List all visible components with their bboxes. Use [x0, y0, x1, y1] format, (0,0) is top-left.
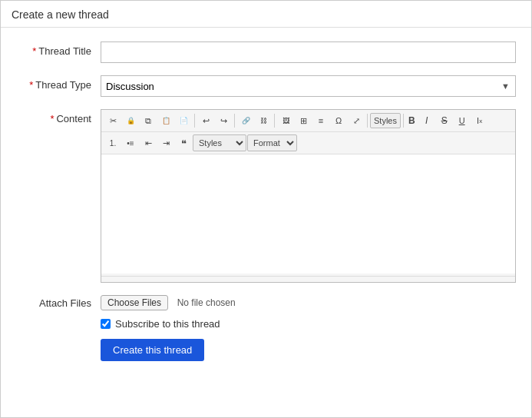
strikethrough-button[interactable]: S: [436, 112, 453, 129]
editor-toolbar-row1: ✂ 🔒 ⧉ 📋 📄 ↩ ↪ 🔗 ⛓ 🖼 ⊞ ≡: [101, 110, 515, 132]
attach-files-wrap: Choose Files No file chosen: [101, 295, 236, 310]
table-button[interactable]: ⊞: [295, 112, 312, 129]
required-star3: *: [50, 113, 54, 124]
thread-title-wrap: [101, 41, 516, 63]
source-button[interactable]: Styles: [370, 113, 401, 128]
thread-type-wrap: Discussion Question Announcement ▼: [101, 75, 516, 97]
link-button[interactable]: 🔗: [237, 112, 254, 129]
indent-less-button[interactable]: ⇤: [140, 134, 157, 151]
hr-button[interactable]: ≡: [312, 112, 329, 129]
cut-button[interactable]: ✂: [104, 112, 121, 129]
subscribe-row: Subscribe to this thread: [101, 318, 516, 330]
thread-type-row: *Thread Type Discussion Question Announc…: [16, 75, 516, 97]
thread-title-label: *Thread Title: [16, 41, 101, 57]
toolbar-sep2: [234, 114, 235, 128]
undo-button[interactable]: ↩: [197, 112, 214, 129]
choose-files-button[interactable]: Choose Files: [101, 295, 168, 310]
attach-files-label: Attach Files: [16, 297, 101, 309]
thread-title-input[interactable]: [101, 41, 516, 63]
special-char-button[interactable]: Ω: [330, 112, 347, 129]
blockquote-button[interactable]: ❝: [175, 134, 192, 151]
toolbar-sep3: [274, 114, 275, 128]
form-body: *Thread Title *Thread Type Discussion Qu…: [1, 28, 531, 377]
italic-button[interactable]: I: [418, 112, 435, 129]
styles-dropdown[interactable]: Styles: [193, 134, 246, 151]
editor-bottom-bar: [101, 276, 515, 282]
redo-button[interactable]: ↪: [215, 112, 232, 129]
attach-files-row: Attach Files Choose Files No file chosen: [16, 295, 516, 310]
thread-type-label: *Thread Type: [16, 75, 101, 91]
toolbar-sep5: [403, 114, 404, 128]
content-row: *Content ✂ 🔒 ⧉ 📋 📄 ↩ ↪ 🔗: [16, 109, 516, 283]
page-title: Create a new thread: [1, 1, 531, 28]
editor-wrap: ✂ 🔒 ⧉ 📋 📄 ↩ ↪ 🔗 ⛓ 🖼 ⊞ ≡: [101, 109, 516, 283]
content-editor[interactable]: [101, 154, 515, 274]
indent-more-button[interactable]: ⇥: [157, 134, 174, 151]
main-container: Create a new thread *Thread Title *Threa…: [0, 0, 532, 418]
editor-wrapper: ✂ 🔒 ⧉ 📋 📄 ↩ ↪ 🔗 ⛓ 🖼 ⊞ ≡: [101, 109, 516, 283]
toolbar-sep4: [367, 114, 368, 128]
subscribe-checkbox[interactable]: [101, 319, 111, 329]
unlink-button[interactable]: ⛓: [255, 112, 272, 129]
thread-type-select[interactable]: Discussion Question Announcement: [101, 75, 516, 97]
thread-title-row: *Thread Title: [16, 41, 516, 63]
paste-text-button[interactable]: 📄: [175, 112, 192, 129]
thread-type-select-wrap: Discussion Question Announcement ▼: [101, 75, 516, 97]
ordered-list-button[interactable]: 1.: [104, 134, 121, 151]
lock-button[interactable]: 🔒: [122, 112, 139, 129]
toolbar-sep1: [194, 114, 195, 128]
no-file-text: No file chosen: [177, 297, 236, 308]
format-dropdown[interactable]: Format: [247, 134, 297, 151]
bold-button[interactable]: B: [406, 112, 418, 129]
content-label: *Content: [16, 109, 101, 124]
required-star2: *: [29, 79, 33, 91]
image-button[interactable]: 🖼: [277, 112, 294, 129]
paste-button[interactable]: 📋: [157, 112, 174, 129]
create-thread-button[interactable]: Create this thread: [101, 339, 204, 361]
subscribe-label[interactable]: Subscribe to this thread: [115, 318, 220, 330]
remove-format-button[interactable]: Ix: [471, 112, 488, 129]
submit-row: Create this thread: [101, 339, 516, 361]
required-star: *: [32, 45, 36, 57]
underline-button[interactable]: U: [454, 112, 471, 129]
unordered-list-button[interactable]: •≡: [122, 134, 139, 151]
fullscreen-button[interactable]: ⤢: [348, 112, 365, 129]
copy-button[interactable]: ⧉: [140, 112, 157, 129]
editor-toolbar-row2: 1. •≡ ⇤ ⇥ ❝ Styles Format: [101, 132, 515, 154]
